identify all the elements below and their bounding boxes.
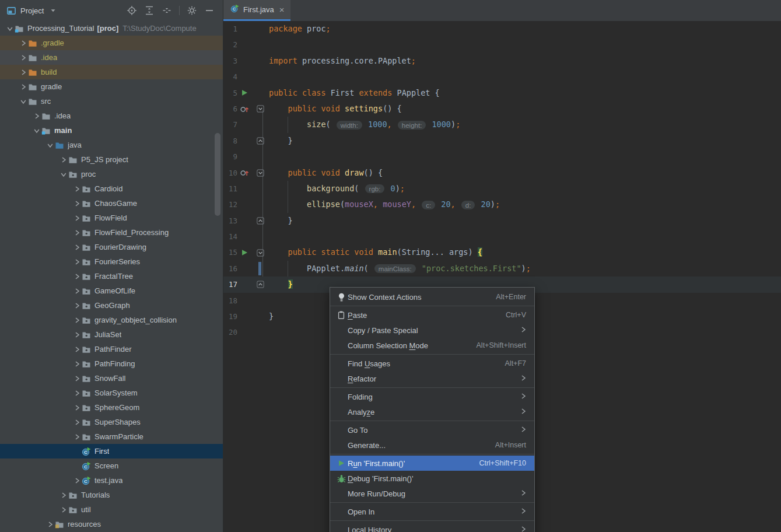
code-line-3[interactable]: 3import processing.core.PApplet;	[223, 53, 781, 69]
tree-item-chaosgame[interactable]: ChaosGame	[0, 196, 223, 211]
chevron-right-icon[interactable]	[72, 330, 82, 340]
chevron-right-icon[interactable]	[58, 505, 68, 514]
chevron-right-icon[interactable]	[18, 53, 28, 62]
tree-item-gameoflife[interactable]: GameOfLife	[0, 284, 223, 298]
code-line-9[interactable]: 9	[223, 149, 781, 164]
code-text[interactable]: public class First extends PApplet {	[269, 85, 440, 101]
code-line-10[interactable]: 10 public void draw() {	[223, 165, 781, 181]
tree-item-juliaset[interactable]: JuliaSet	[0, 327, 223, 342]
menu-item-more-run-debug[interactable]: More Run/Debug	[330, 486, 534, 501]
chevron-right-icon[interactable]	[72, 388, 82, 398]
tree-item-flowfield-processing[interactable]: FlowField_Processing	[0, 225, 223, 240]
chevron-right-icon[interactable]	[18, 38, 28, 48]
chevron-right-icon[interactable]	[72, 345, 82, 354]
chevron-right-icon[interactable]	[72, 374, 82, 383]
code-text[interactable]: public void draw() {	[269, 165, 383, 181]
chevron-right-icon[interactable]	[72, 243, 82, 252]
chevron-right-icon[interactable]	[72, 184, 82, 194]
run-gutter-icon[interactable]	[237, 85, 251, 101]
overriding-method-icon[interactable]	[237, 165, 251, 181]
tree-item-pathfinding[interactable]: PathFinding	[0, 356, 223, 371]
chevron-right-icon[interactable]	[72, 359, 82, 369]
tree-item-gradle[interactable]: gradle	[0, 79, 223, 94]
code-text[interactable]: ellipse(mouseX, mouseY, c: 20, d: 20);	[269, 197, 500, 212]
hide-panel-icon[interactable]	[204, 5, 215, 16]
tree-item-snowfall[interactable]: SnowFall	[0, 371, 223, 386]
tree-item-processing-tutorial[interactable]: Processing_Tutorial[proc]T:\StudyDoc\Com…	[0, 21, 223, 36]
fold-close-icon[interactable]	[251, 276, 269, 292]
code-text[interactable]: size( width: 1000, height: 1000);	[269, 117, 460, 132]
code-line-13[interactable]: 13 }	[223, 213, 781, 229]
chevron-right-icon[interactable]	[31, 111, 41, 121]
menu-item-debug-first-main[interactable]: Debug 'First.main()'	[330, 471, 534, 486]
chevron-right-icon[interactable]	[72, 403, 82, 412]
chevron-down-icon[interactable]	[58, 170, 68, 179]
code-line-4[interactable]: 4	[223, 69, 781, 85]
settings-gear-icon[interactable]	[187, 5, 197, 16]
tree-item-spheregeom[interactable]: SphereGeom	[0, 400, 223, 415]
chevron-right-icon[interactable]	[58, 491, 68, 500]
chevron-right-icon[interactable]	[45, 520, 55, 529]
menu-item-refactor[interactable]: Refactor	[330, 371, 534, 386]
tree-item-p5-js-project[interactable]: P5_JS project	[0, 152, 223, 167]
menu-item-column-selection-mode[interactable]: Column Selection ModeAlt+Shift+Insert	[330, 338, 534, 353]
code-text[interactable]: import processing.core.PApplet;	[269, 53, 416, 69]
tab-close-icon[interactable]: ×	[279, 5, 285, 14]
chevron-right-icon[interactable]	[72, 214, 82, 223]
tree-item-idea[interactable]: .idea	[0, 108, 223, 123]
chevron-down-icon[interactable]	[18, 97, 28, 106]
tree-item-util[interactable]: util	[0, 502, 223, 517]
tree-item-build[interactable]: build	[0, 65, 223, 79]
tree-item-geograph[interactable]: GeoGraph	[0, 298, 223, 313]
code-line-7[interactable]: 7 size( width: 1000, height: 1000);	[223, 117, 781, 132]
chevron-down-icon[interactable]	[31, 126, 41, 135]
tree-item-gravity-obbject-collision[interactable]: gravity_obbject_collision	[0, 313, 223, 327]
overriding-method-icon[interactable]	[237, 101, 251, 117]
fold-open-icon[interactable]	[251, 101, 269, 117]
menu-item-generate[interactable]: Generate...Alt+Insert	[330, 438, 534, 453]
menu-item-paste[interactable]: PasteCtrl+V	[330, 307, 534, 323]
chevron-right-icon[interactable]	[72, 301, 82, 310]
tree-item-screen[interactable]: CScreen	[0, 459, 223, 473]
tree-item-cardioid[interactable]: Cardioid	[0, 181, 223, 196]
chevron-right-icon[interactable]	[72, 316, 82, 325]
chevron-right-icon[interactable]	[58, 155, 68, 164]
code-line-16[interactable]: 16 PApplet.main( mainClass: "proc.sketch…	[223, 261, 781, 276]
code-text[interactable]: }	[269, 309, 274, 324]
tree-scrollbar-thumb[interactable]	[215, 133, 220, 216]
tree-item-pathfinder[interactable]: PathFinder	[0, 342, 223, 356]
chevron-right-icon[interactable]	[72, 476, 82, 485]
chevron-right-icon[interactable]	[72, 272, 82, 281]
menu-item-show-context-actions[interactable]: Show Context ActionsAlt+Enter	[330, 289, 534, 304]
fold-close-icon[interactable]	[251, 133, 269, 149]
tree-item-gradle[interactable]: .gradle	[0, 36, 223, 50]
tree-item-tutorials[interactable]: Tutorials	[0, 488, 223, 502]
tree-item-fourierdrawing[interactable]: FourierDrawing	[0, 240, 223, 254]
tree-item-idea[interactable]: .idea	[0, 50, 223, 65]
tree-item-first[interactable]: CFirst	[0, 444, 223, 459]
tree-item-swarmparticle[interactable]: SwarmParticle	[0, 429, 223, 444]
run-gutter-icon[interactable]	[237, 244, 251, 260]
tree-item-flowfield[interactable]: FlowField	[0, 211, 223, 225]
menu-item-run-first-main[interactable]: Run 'First.main()'Ctrl+Shift+F10	[330, 456, 534, 471]
code-text[interactable]: }	[269, 133, 293, 149]
project-view-chevron-down-icon[interactable]	[48, 5, 58, 16]
chevron-down-icon[interactable]	[5, 24, 15, 33]
menu-item-go-to[interactable]: Go To	[330, 422, 534, 438]
tree-item-test-java[interactable]: Ctest.java	[0, 473, 223, 488]
menu-item-open-in[interactable]: Open In	[330, 504, 534, 519]
chevron-right-icon[interactable]	[72, 286, 82, 296]
code-line-1[interactable]: 1package proc;	[223, 21, 781, 37]
tree-item-fractaltree[interactable]: FractalTree	[0, 269, 223, 284]
menu-item-copy-paste-special[interactable]: Copy / Paste Special	[330, 323, 534, 338]
tree-item-solarsystem[interactable]: SolarSystem	[0, 386, 223, 400]
chevron-right-icon[interactable]	[72, 257, 82, 267]
code-line-14[interactable]: 14	[223, 229, 781, 244]
chevron-right-icon[interactable]	[18, 82, 28, 92]
expand-all-icon[interactable]	[144, 5, 155, 16]
code-text[interactable]: }	[269, 276, 293, 292]
code-line-15[interactable]: 15 public static void main(String... arg…	[223, 244, 781, 260]
code-line-6[interactable]: 6 public void settings() {	[223, 101, 781, 117]
menu-item-folding[interactable]: Folding	[330, 389, 534, 404]
tab-first-java[interactable]: C First.java ×	[223, 0, 290, 21]
